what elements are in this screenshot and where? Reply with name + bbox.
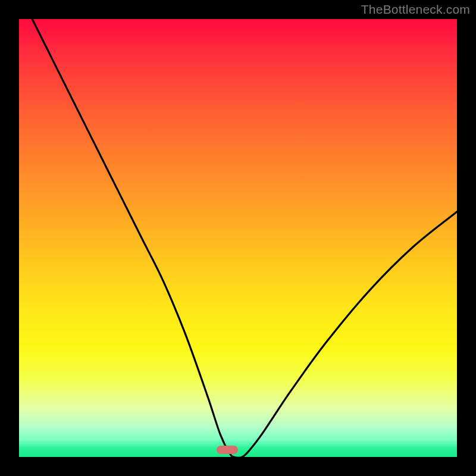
optimal-marker xyxy=(217,446,238,454)
plot-area xyxy=(19,19,457,457)
chart-stage: TheBottleneck.com xyxy=(0,0,476,476)
attribution-text: TheBottleneck.com xyxy=(361,2,470,17)
bottleneck-curve xyxy=(19,19,457,457)
curve-path xyxy=(32,19,457,457)
